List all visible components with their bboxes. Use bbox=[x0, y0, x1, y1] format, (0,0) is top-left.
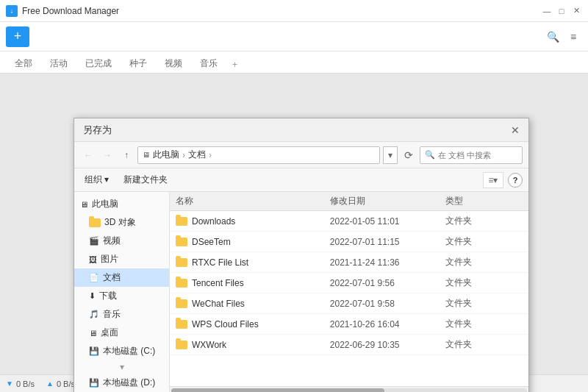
table-row[interactable]: Tencent Files 2022-07-01 9:56 文件夹 bbox=[170, 273, 528, 293]
upload-speed-value: 0 B/s bbox=[57, 379, 75, 388]
folder-icon bbox=[176, 341, 187, 349]
main-content: 另存为 ✕ ← → ↑ 🖥 此电脑 › 文档 › ▾ ⟳ 🔍 bbox=[0, 74, 588, 374]
file-type: 文件夹 bbox=[445, 215, 523, 227]
file-name: Tencent Files bbox=[176, 278, 330, 288]
add-download-button[interactable]: + bbox=[6, 26, 29, 47]
drive-icon: 💾 bbox=[89, 346, 99, 356]
forward-button[interactable]: → bbox=[99, 147, 115, 163]
scroll-indicator: ▾ bbox=[74, 360, 169, 374]
app-title: Free Download Manager bbox=[22, 6, 119, 16]
sidebar-item-drive-c[interactable]: 💾 本地磁盘 (C:) bbox=[74, 342, 169, 360]
folder-icon bbox=[89, 218, 101, 227]
table-row[interactable]: WXWork 2022-06-29 10:35 文件夹 bbox=[170, 335, 528, 355]
sidebar-item-drive-d[interactable]: 💾 本地磁盘 (D:) bbox=[74, 374, 169, 392]
address-dropdown-button[interactable]: ▾ bbox=[383, 146, 398, 164]
folder-icon bbox=[176, 238, 187, 246]
address-bar: ← → ↑ 🖥 此电脑 › 文档 › ▾ ⟳ 🔍 bbox=[74, 142, 528, 168]
file-date: 2022-07-01 9:56 bbox=[330, 278, 445, 288]
table-row[interactable]: WeChat Files 2022-07-01 9:58 文件夹 bbox=[170, 293, 528, 314]
sidebar-item-desktop[interactable]: 🖥 桌面 bbox=[74, 324, 169, 342]
search-box[interactable]: 🔍 bbox=[420, 146, 523, 164]
dialog-close-button[interactable]: ✕ bbox=[508, 123, 523, 138]
sidebar-item-music[interactable]: 🎵 音乐 bbox=[74, 305, 169, 324]
title-bar-controls: — □ ✕ bbox=[541, 5, 582, 17]
scroll-thumb[interactable] bbox=[171, 388, 384, 393]
desktop-icon: 🖥 bbox=[89, 329, 97, 338]
title-bar-left: ↓ Free Download Manager bbox=[6, 5, 119, 17]
tab-torrent[interactable]: 种子 bbox=[121, 54, 156, 73]
table-row[interactable]: WPS Cloud Files 2021-10-26 16:04 文件夹 bbox=[170, 314, 528, 335]
help-button[interactable]: ? bbox=[508, 173, 523, 188]
close-button[interactable]: ✕ bbox=[570, 5, 582, 17]
sidebar-item-video[interactable]: 🎬 视频 bbox=[74, 232, 169, 250]
address-path[interactable]: 🖥 此电脑 › 文档 › bbox=[137, 146, 380, 164]
dialog-title: 另存为 bbox=[83, 124, 112, 137]
main-toolbar: + 🔍 ≡ bbox=[0, 22, 588, 51]
sidebar-item-3d[interactable]: 3D 对象 bbox=[74, 213, 169, 232]
tab-video[interactable]: 视频 bbox=[156, 54, 191, 73]
path-sep1: › bbox=[182, 150, 185, 160]
dialog-titlebar: 另存为 ✕ bbox=[74, 118, 528, 142]
tab-all[interactable]: 全部 bbox=[6, 54, 41, 73]
file-name: WeChat Files bbox=[176, 299, 330, 309]
file-name: WPS Cloud Files bbox=[176, 319, 330, 329]
nav-tabs: 全部 活动 已完成 种子 视频 音乐 + bbox=[0, 51, 588, 74]
sidebar-item-computer[interactable]: 🖥 此电脑 bbox=[74, 195, 169, 213]
file-type: 文件夹 bbox=[445, 297, 523, 310]
download-speed-item: ▼ 0 B/s bbox=[6, 379, 35, 388]
title-bar: ↓ Free Download Manager — □ ✕ bbox=[0, 0, 588, 22]
dialog-toolbar: 组织 ▾ 新建文件夹 ≡▾ ? bbox=[74, 168, 528, 192]
sidebar-item-downloads[interactable]: ⬇ 下载 bbox=[74, 287, 169, 305]
picture-icon: 🖼 bbox=[89, 255, 97, 264]
path-computer: 此电脑 bbox=[153, 149, 179, 161]
folder-icon bbox=[176, 320, 187, 329]
app-window: ↓ Free Download Manager — □ ✕ + 🔍 ≡ 全部 活… bbox=[0, 0, 588, 392]
view-button[interactable]: ≡▾ bbox=[483, 172, 503, 188]
file-date: 2022-01-05 11:01 bbox=[330, 216, 445, 227]
file-list-header: 名称 修改日期 类型 bbox=[170, 192, 528, 211]
organize-button[interactable]: 组织 ▾ bbox=[80, 171, 113, 188]
minimize-button[interactable]: — bbox=[541, 5, 553, 17]
sidebar-item-pictures[interactable]: 🖼 图片 bbox=[74, 250, 169, 268]
file-date: 2022-07-01 11:15 bbox=[330, 237, 445, 247]
file-date: 2021-11-24 11:36 bbox=[330, 257, 445, 268]
search-input[interactable] bbox=[438, 151, 517, 160]
horizontal-scrollbar[interactable] bbox=[170, 386, 528, 392]
new-folder-button[interactable]: 新建文件夹 bbox=[118, 171, 173, 188]
file-type: 文件夹 bbox=[445, 256, 523, 268]
up-button[interactable]: ↑ bbox=[118, 147, 135, 163]
file-type: 文件夹 bbox=[445, 235, 523, 248]
video-icon: 🎬 bbox=[89, 236, 99, 246]
refresh-button[interactable]: ⟳ bbox=[401, 147, 417, 163]
folder-icon bbox=[176, 299, 187, 308]
back-button[interactable]: ← bbox=[80, 147, 96, 163]
save-as-dialog: 另存为 ✕ ← → ↑ 🖥 此电脑 › 文档 › ▾ ⟳ 🔍 bbox=[74, 118, 529, 392]
folder-icon bbox=[176, 217, 187, 226]
folder-icon bbox=[176, 258, 187, 267]
app-icon: ↓ bbox=[6, 5, 18, 17]
tab-music[interactable]: 音乐 bbox=[191, 54, 226, 73]
maximize-button[interactable]: □ bbox=[556, 5, 567, 17]
upload-speed-icon: ▲ bbox=[46, 379, 54, 388]
file-name: Downloads bbox=[176, 216, 330, 227]
table-row[interactable]: RTXC File List 2021-11-24 11:36 文件夹 bbox=[170, 252, 528, 273]
col-header-name[interactable]: 名称 bbox=[176, 195, 330, 207]
file-type: 文件夹 bbox=[445, 338, 523, 351]
col-header-date: 修改日期 bbox=[330, 195, 445, 207]
sidebar-item-documents[interactable]: 📄 文档 bbox=[74, 268, 169, 287]
table-row[interactable]: Downloads 2022-01-05 11:01 文件夹 bbox=[170, 211, 528, 232]
file-name: RTXC File List bbox=[176, 257, 330, 268]
table-row[interactable]: DSeeTem 2022-07-01 11:15 文件夹 bbox=[170, 232, 528, 252]
search-button[interactable]: 🔍 bbox=[544, 28, 562, 46]
scroll-track bbox=[171, 388, 527, 393]
tab-active[interactable]: 活动 bbox=[41, 54, 76, 73]
file-type: 文件夹 bbox=[445, 277, 523, 289]
document-icon: 📄 bbox=[89, 273, 99, 282]
file-list: Downloads 2022-01-05 11:01 文件夹 DSeeTem 2… bbox=[170, 211, 528, 386]
file-type: 文件夹 bbox=[445, 318, 523, 330]
file-name: DSeeTem bbox=[176, 237, 330, 247]
dialog-body: 🖥 此电脑 3D 对象 🎬 视频 🖼 图片 bbox=[74, 192, 528, 392]
add-tab-button[interactable]: + bbox=[226, 57, 243, 73]
menu-button[interactable]: ≡ bbox=[564, 28, 582, 46]
tab-completed[interactable]: 已完成 bbox=[76, 54, 121, 73]
